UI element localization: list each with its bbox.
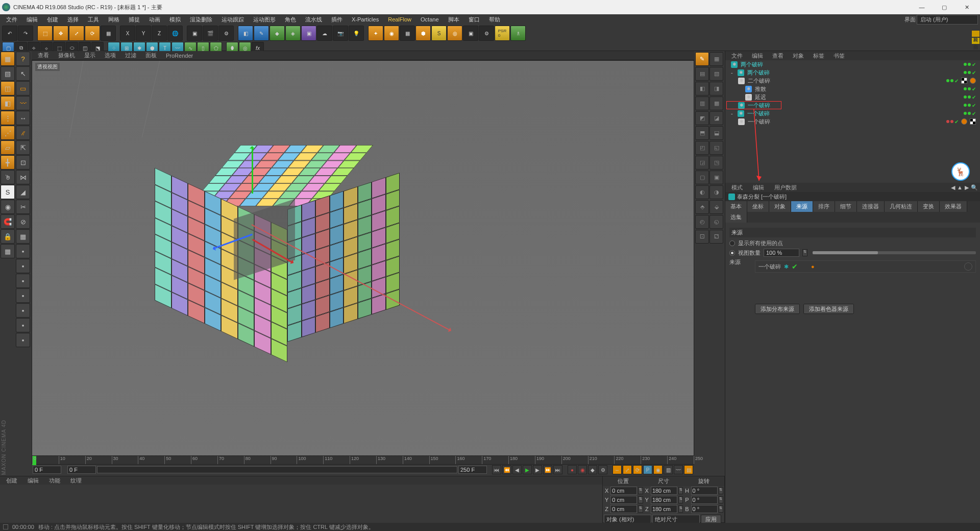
rt-w[interactable]: ◵ — [709, 215, 723, 229]
menu-render[interactable]: 渲染删除 — [186, 15, 216, 25]
menu-select[interactable]: 选择 — [63, 15, 83, 25]
tl-play-icon[interactable]: ▶ — [523, 465, 532, 474]
tl-crv-icon[interactable]: ◉ — [653, 465, 663, 474]
am-menu-user[interactable]: 用户数据 — [770, 183, 801, 192]
add-primitive[interactable]: ◧ — [238, 26, 253, 41]
rt-a[interactable]: ▦ — [709, 52, 723, 66]
attr-tab-object[interactable]: 对象 — [769, 201, 791, 212]
render-pv[interactable]: 🎬 — [203, 26, 218, 41]
scale-tool[interactable]: ⤢ — [69, 26, 84, 41]
mat-menu-edit[interactable]: 编辑 — [23, 476, 43, 485]
weld-icon[interactable]: ⋈ — [16, 170, 30, 184]
vp-menu-pro[interactable]: ProRender — [162, 52, 197, 59]
vp-menu-disp[interactable]: 显示 — [80, 51, 100, 60]
attr-tab-basic[interactable]: 基本 — [725, 201, 747, 212]
menu-anim[interactable]: 动画 — [145, 15, 164, 25]
axis-mode-icon[interactable]: ╋ — [1, 155, 15, 170]
menu-plugins[interactable]: 插件 — [327, 15, 347, 25]
minimize-button[interactable]: — — [911, 0, 933, 14]
rt-r[interactable]: ◐ — [695, 185, 709, 199]
move-icon[interactable]: ↔ — [16, 111, 30, 125]
rt-b[interactable]: ▤ — [695, 67, 709, 81]
mat-menu-func[interactable]: 功能 — [45, 476, 64, 485]
vp-menu-panel[interactable]: 面板 — [141, 51, 161, 60]
more5-icon[interactable]: ▪ — [16, 303, 30, 318]
undo-button[interactable]: ↶ — [2, 26, 17, 41]
om-menu-file[interactable]: 文件 — [727, 52, 747, 60]
move-tool[interactable]: ✥ — [53, 26, 68, 41]
view-count-spinner[interactable]: ⇅ — [802, 249, 807, 256]
menu-script[interactable]: 脚本 — [444, 15, 463, 25]
rt-m[interactable]: ◱ — [709, 141, 723, 155]
am-menu-mode[interactable]: 模式 — [727, 183, 747, 192]
mat-menu-tex[interactable]: 纹理 — [66, 476, 86, 485]
workplane-lock-icon[interactable]: ◉ — [1, 200, 15, 214]
rt-t[interactable]: ⬘ — [695, 200, 709, 214]
attr-tab-detail[interactable]: 细节 — [835, 201, 857, 212]
extrude-icon[interactable]: ⇱ — [16, 140, 30, 155]
am-menu-edit[interactable]: 编辑 — [749, 183, 768, 192]
dissolve-icon[interactable]: ⊘ — [16, 214, 30, 229]
menu-motrack[interactable]: 运动跟踪 — [217, 15, 248, 25]
add-cam[interactable]: 📷 — [333, 26, 348, 41]
rect-sel-icon[interactable]: ▭ — [16, 81, 30, 95]
om-menu-tag[interactable]: 标签 — [809, 52, 828, 60]
view-count-input[interactable]: 100 % — [764, 249, 799, 257]
tl-fcurve-icon[interactable]: 〰 — [674, 465, 683, 474]
oc-icon[interactable]: ◎ — [447, 26, 462, 41]
close-button[interactable]: ✕ — [955, 0, 978, 14]
attr-tab-glue[interactable]: 几何粘连 — [885, 201, 918, 212]
make-editable-icon[interactable]: ▦ — [1, 52, 15, 66]
attr-tab-coord[interactable]: 坐标 — [747, 201, 769, 212]
render-settings[interactable]: ⚙ — [218, 26, 234, 41]
coord-pos-input[interactable] — [610, 496, 637, 504]
am-nav-back[interactable]: ◀ — [951, 184, 955, 191]
am-search-icon[interactable]: 🔍 — [971, 184, 978, 191]
object-manager-tree[interactable]: 🦌 ✱两个破碎✔-✱两个破碎✔✱二个破碎✔✱推散✔✱延迟✔✱一个破碎✔-✱一个破… — [725, 60, 980, 183]
tl-rec-icon[interactable]: ● — [568, 465, 577, 474]
bake-icon[interactable]: ♗ — [510, 26, 526, 41]
rt-s[interactable]: ◑ — [709, 185, 723, 199]
tl-range-end[interactable] — [458, 466, 487, 474]
source-item-eye-icon[interactable] — [964, 262, 972, 271]
mat-menu-create[interactable]: 创建 — [2, 476, 21, 485]
vp-menu-view[interactable]: 查看 — [34, 51, 53, 60]
edge-tab-2[interactable]: 内容浏览器 — [972, 38, 979, 44]
attr-tab-source[interactable]: 来源 — [791, 201, 813, 212]
xp-cache[interactable]: ▦ — [400, 26, 415, 41]
tl-pla-icon[interactable]: P — [643, 465, 652, 474]
object-row[interactable]: ✱一个破碎✔ — [725, 117, 980, 126]
add-distribution-button[interactable]: 添加分布来源 — [755, 304, 800, 314]
coord-pos-input[interactable] — [610, 487, 637, 495]
rotate-tool[interactable]: ⟳ — [85, 26, 100, 41]
menu-xp[interactable]: X-Particles — [348, 15, 383, 23]
point-mode-icon[interactable]: ⋮ — [1, 111, 15, 125]
object-row[interactable]: ✱推散✔ — [725, 85, 980, 93]
edge-mode-icon[interactable]: ⋰ — [1, 126, 15, 140]
rf-icon[interactable]: ⬢ — [415, 26, 431, 41]
tl-first-icon[interactable]: ⏮ — [492, 465, 501, 474]
menu-help[interactable]: 帮助 — [485, 15, 504, 25]
more2-icon[interactable]: ▪ — [16, 259, 30, 273]
add-spline[interactable]: ✎ — [254, 26, 269, 41]
rt-pencil-icon[interactable]: ✎ — [695, 52, 709, 66]
add-light[interactable]: 💡 — [349, 26, 364, 41]
knife-icon[interactable]: ✂ — [16, 200, 30, 214]
vp-menu-cam[interactable]: 摄像机 — [54, 51, 79, 60]
tl-key-icon[interactable]: ◆ — [588, 465, 597, 474]
view-count-radio[interactable] — [729, 250, 735, 256]
om-menu-edit[interactable]: 编辑 — [748, 52, 767, 60]
render-view[interactable]: ▣ — [187, 26, 202, 41]
menu-pipeline[interactable]: 流水线 — [301, 15, 326, 25]
am-nav-fwd[interactable]: ▶ — [965, 184, 969, 191]
rt-c[interactable]: ▧ — [709, 67, 723, 81]
menu-tools[interactable]: 工具 — [84, 15, 103, 25]
more7-icon[interactable]: ▪ — [16, 333, 30, 347]
tl-r-icon[interactable]: ⟳ — [633, 465, 642, 474]
more3-icon[interactable]: ▪ — [16, 274, 30, 288]
object-row[interactable]: ✱两个破碎✔ — [725, 60, 980, 68]
rt-h[interactable]: ◩ — [695, 111, 709, 125]
rt-p[interactable]: ▢ — [695, 171, 709, 184]
object-row[interactable]: -✱两个破碎✔ — [725, 68, 980, 77]
rt-x[interactable]: ⚀ — [695, 230, 709, 244]
